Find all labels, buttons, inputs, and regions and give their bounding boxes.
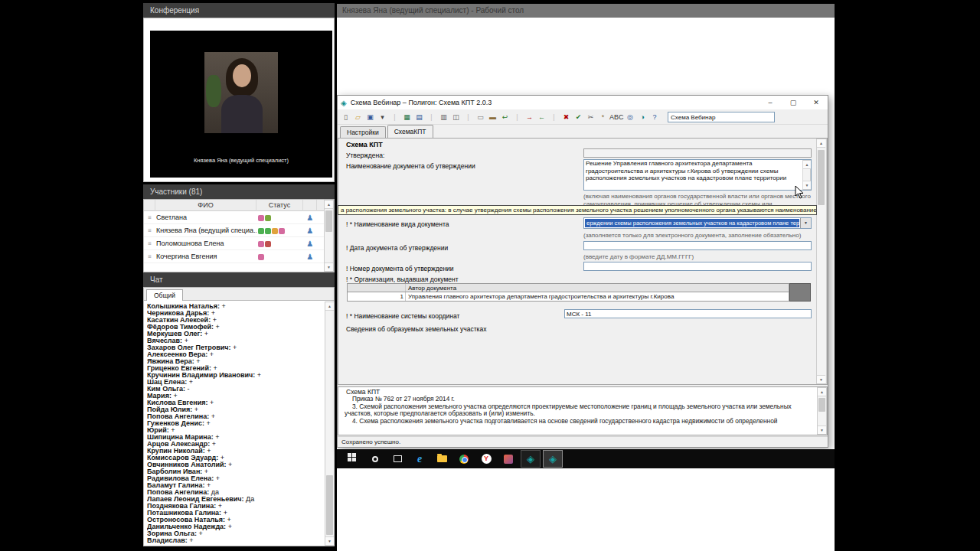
- excel-icon[interactable]: ▦: [401, 111, 413, 123]
- save-icon[interactable]: ▣: [364, 111, 376, 123]
- tooltip: а расположения земельного участка: в слу…: [338, 205, 817, 215]
- form-scrollbar[interactable]: ▲ ▼: [816, 139, 827, 384]
- participant-row[interactable]: ≡ Кочергина Евгения ♟: [144, 250, 324, 263]
- chat-message: Арцов Александр: +: [147, 441, 321, 448]
- maximize-button[interactable]: ▢: [782, 96, 805, 109]
- delete-icon[interactable]: ✖: [560, 111, 572, 123]
- participant-row[interactable]: ≡ Светлана ♟: [144, 211, 324, 224]
- save-menu-icon[interactable]: ▾: [377, 111, 388, 123]
- paste-icon[interactable]: ▬: [487, 111, 498, 123]
- participant-name: Кочергина Евгения: [155, 253, 256, 260]
- scroll-down-icon[interactable]: ▼: [325, 262, 333, 271]
- separator[interactable]: |: [462, 111, 474, 123]
- chevron-down-icon[interactable]: ▼: [800, 218, 811, 228]
- chat-messages: Колышкина Наталья: + Черникова Дарья: + …: [143, 301, 335, 546]
- chat-message: Попова Ангелина: да: [147, 489, 321, 496]
- doc-number-label: ! Номер документа об утверждении: [346, 265, 454, 272]
- polygon-app-icon-active[interactable]: ◈: [543, 450, 563, 468]
- chat-message: Фёдоров Тимофей: +: [147, 324, 321, 331]
- scroll-down-icon[interactable]: ▼: [817, 375, 825, 383]
- separator[interactable]: |: [548, 111, 560, 123]
- print-icon[interactable]: ▥: [438, 111, 449, 123]
- doc-type-hint: (заполняется только для электронного док…: [583, 232, 801, 240]
- row-menu-icon[interactable]: ≡: [144, 240, 155, 247]
- row-menu-icon[interactable]: ≡: [144, 253, 155, 260]
- org-label: ! * Организация, выдавшая документ: [346, 276, 459, 283]
- webinar-name-input[interactable]: [668, 112, 775, 122]
- status-dot-icon: [258, 215, 264, 221]
- undo-icon[interactable]: ↩: [499, 111, 511, 123]
- scroll-thumb[interactable]: [818, 398, 825, 412]
- reference-line: 3. Схемой расположения земельного участк…: [345, 403, 813, 418]
- chat-scrollbar[interactable]: ▲ ▼: [325, 302, 335, 546]
- yandex-icon[interactable]: Y: [476, 450, 496, 468]
- word-icon[interactable]: ▤: [413, 111, 425, 123]
- participant-row[interactable]: ≡ Поломошнова Елена ♟: [144, 237, 324, 250]
- participant-row[interactable]: ≡ Князева Яна (ведущий специа... ♟: [144, 224, 324, 237]
- scroll-down-icon[interactable]: ▼: [803, 181, 811, 189]
- plant-shape: [206, 75, 221, 107]
- org-row-index: 1: [348, 292, 406, 301]
- participants-panel: ФИО Статус ≡ Светлана ♟ ≡ Князева Яна: [143, 199, 335, 272]
- separator[interactable]: |: [426, 111, 437, 123]
- open-icon[interactable]: ▱: [352, 111, 364, 123]
- scroll-up-icon[interactable]: ▲: [325, 201, 333, 209]
- column-status: Статус: [256, 200, 303, 211]
- coords-field[interactable]: МСК - 11: [564, 309, 812, 318]
- new-icon[interactable]: ▯: [340, 111, 351, 123]
- doc-name-textarea[interactable]: Решение Управления главного архитектора …: [583, 159, 812, 191]
- copy-icon[interactable]: ▭: [475, 111, 486, 123]
- tab[interactable]: Настройки: [340, 126, 386, 138]
- edge-icon[interactable]: e: [410, 450, 430, 468]
- polygon-app-icon[interactable]: ◈: [521, 450, 541, 468]
- scroll-thumb[interactable]: [325, 210, 332, 232]
- chat-tab-general[interactable]: Общий: [146, 289, 183, 302]
- explorer-icon[interactable]: [432, 450, 452, 468]
- export-xml-icon[interactable]: ←: [536, 111, 547, 123]
- taskview-button[interactable]: [387, 450, 407, 468]
- close-button[interactable]: ✕: [805, 96, 828, 109]
- chat-message: Радивилова Елена: +: [147, 475, 321, 482]
- minimize-button[interactable]: –: [759, 96, 782, 109]
- cut-icon[interactable]: ✂: [585, 111, 596, 123]
- row-menu-icon[interactable]: ≡: [144, 214, 155, 221]
- separator[interactable]: |: [511, 111, 523, 123]
- separator[interactable]: |: [389, 111, 400, 123]
- print-preview-icon[interactable]: ◫: [450, 111, 462, 123]
- start-button[interactable]: [343, 450, 363, 468]
- org-row-value[interactable]: Управления главного архитектора департам…: [406, 292, 789, 301]
- check-icon[interactable]: ✔: [573, 111, 584, 123]
- help-icon[interactable]: ?: [649, 111, 661, 123]
- import-xml-icon[interactable]: →: [524, 111, 535, 123]
- doc-date-field[interactable]: [583, 241, 812, 250]
- chrome-icon[interactable]: [454, 450, 474, 468]
- scroll-up-icon[interactable]: ▲: [325, 302, 334, 311]
- chat-message: Владислав: +: [147, 537, 321, 544]
- search-button[interactable]: [365, 450, 385, 468]
- org-table-side-button[interactable]: [789, 283, 811, 302]
- approved-field[interactable]: [583, 148, 812, 158]
- participants-scrollbar[interactable]: ▲ ▼: [324, 200, 334, 272]
- scroll-thumb[interactable]: [818, 150, 825, 205]
- scroll-thumb[interactable]: [326, 475, 333, 535]
- scroll-up-icon[interactable]: ▲: [817, 139, 825, 148]
- spellcheck-icon[interactable]: ABC: [609, 111, 624, 123]
- photos-icon[interactable]: [498, 450, 518, 468]
- clock-icon[interactable]: ◑: [637, 111, 648, 123]
- scroll-up-icon[interactable]: ▲: [803, 161, 811, 169]
- row-menu-icon[interactable]: ≡: [144, 227, 155, 234]
- doc-number-field[interactable]: [583, 262, 812, 271]
- status-dot-icon: [279, 228, 285, 234]
- scroll-down-icon[interactable]: ▼: [325, 536, 334, 545]
- reference-scrollbar[interactable]: ▲ ▼: [817, 387, 827, 435]
- window-titlebar[interactable]: ◈ Схема Вебинар – Полигон: Схема КПТ 2.0…: [338, 96, 828, 109]
- participants-table-header: ФИО Статус: [144, 200, 324, 211]
- tools-icon[interactable]: *: [597, 111, 609, 123]
- chat-message: Данильченко Надежда: +: [147, 523, 321, 530]
- scroll-up-icon[interactable]: ▲: [818, 388, 826, 396]
- doc-type-combobox[interactable]: ерждении схемы расположения земельных уч…: [583, 217, 812, 229]
- globe-icon[interactable]: ◎: [625, 111, 636, 123]
- tab[interactable]: СхемаКПТ: [387, 125, 433, 138]
- org-table-row[interactable]: 1 Управления главного архитектора департ…: [348, 292, 789, 301]
- scroll-down-icon[interactable]: ▼: [818, 425, 826, 434]
